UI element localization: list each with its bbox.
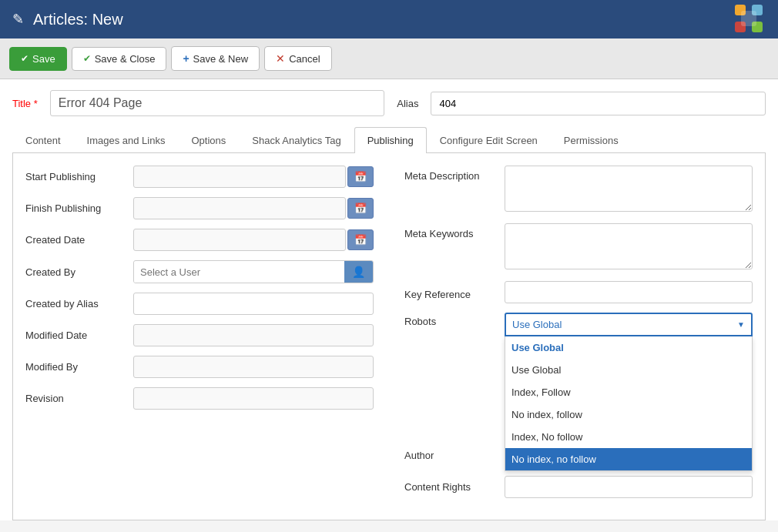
save-close-label: Save & Close <box>95 53 156 65</box>
robots-dropdown[interactable]: Use Global ▼ Use Global Use Global Index… <box>505 313 753 336</box>
meta-description-textarea[interactable] <box>505 166 753 212</box>
modified-by-row: Modified By <box>25 356 374 378</box>
tabs: Content Images and Links Options Shack A… <box>12 127 766 153</box>
finish-publishing-row: Finish Publishing 📅 <box>25 197 374 219</box>
created-by-input[interactable] <box>134 262 344 283</box>
title-label: Title * <box>12 98 38 109</box>
tab-content-publishing: Start Publishing 📅 Finish Publishing 📅 <box>12 153 766 520</box>
revision-label: Revision <box>25 393 133 404</box>
save-icon: ✔ <box>21 53 29 64</box>
revision-row: Revision <box>25 387 374 410</box>
meta-description-field <box>505 166 753 214</box>
modified-date-label: Modified Date <box>25 330 133 341</box>
created-by-row: Created By 👤 <box>25 260 374 283</box>
finish-publishing-label: Finish Publishing <box>25 202 133 214</box>
tab-content[interactable]: Content <box>12 127 74 153</box>
created-by-label: Created By <box>25 266 133 278</box>
modified-date-field <box>133 324 374 346</box>
tab-permissions[interactable]: Permissions <box>551 127 632 153</box>
meta-keywords-row: Meta Keywords <box>404 223 753 272</box>
robots-row: Robots Use Global ▼ Use Global Use Globa… <box>404 313 753 336</box>
key-reference-label: Key Reference <box>404 284 505 300</box>
start-publishing-row: Start Publishing 📅 <box>25 166 374 188</box>
author-label: Author <box>404 450 505 461</box>
finish-publishing-calendar[interactable]: 📅 <box>347 198 374 219</box>
meta-description-label: Meta Description <box>404 166 505 182</box>
check-icon: ✔ <box>83 53 91 64</box>
tab-images[interactable]: Images and Links <box>74 127 179 153</box>
created-by-alias-row: Created by Alias <box>25 293 374 315</box>
content-rights-field <box>505 476 753 498</box>
title-input[interactable] <box>50 90 385 116</box>
tab-shack[interactable]: Shack Analytics Tag <box>239 127 354 153</box>
created-date-row: Created Date 📅 <box>25 229 374 251</box>
joomla-logo <box>732 2 766 38</box>
save-button[interactable]: ✔ Save <box>9 47 67 71</box>
created-by-alias-label: Created by Alias <box>25 298 133 309</box>
user-select-container: 👤 <box>133 260 374 283</box>
robots-option-no-index-no-follow[interactable]: No index, no follow <box>505 448 752 470</box>
modified-date-row: Modified Date <box>25 324 374 346</box>
start-publishing-calendar[interactable]: 📅 <box>347 166 374 187</box>
svg-rect-5 <box>741 11 756 26</box>
start-publishing-input[interactable] <box>133 166 346 188</box>
robots-option-no-index-follow[interactable]: No index, follow <box>505 403 752 426</box>
robots-option-index-follow[interactable]: Index, Follow <box>505 381 752 403</box>
title-row: Title * Alias <box>12 90 766 116</box>
content-rights-input[interactable] <box>505 476 753 498</box>
start-publishing-label: Start Publishing <box>25 171 133 182</box>
created-date-field: 📅 <box>133 229 374 251</box>
meta-keywords-field <box>505 223 753 272</box>
edit-icon: ✎ <box>12 11 24 28</box>
toolbar: ✔ Save ✔ Save & Close + Save & New ✕ Can… <box>0 38 778 79</box>
finish-publishing-field: 📅 <box>133 197 374 219</box>
robots-option-use-global[interactable]: Use Global <box>505 359 752 381</box>
robots-option-use-global-header[interactable]: Use Global <box>505 336 752 359</box>
content-rights-label: Content Rights <box>404 481 505 493</box>
save-close-button[interactable]: ✔ Save & Close <box>72 47 167 71</box>
key-reference-row: Key Reference <box>404 281 753 303</box>
created-by-field: 👤 <box>133 260 374 283</box>
header: ✎ Articles: New <box>0 0 778 38</box>
modified-by-input[interactable] <box>133 356 374 378</box>
revision-field <box>133 387 374 410</box>
created-by-alias-input[interactable] <box>133 293 374 315</box>
meta-keywords-textarea[interactable] <box>505 223 753 269</box>
modified-by-label: Modified By <box>25 361 133 373</box>
user-select-button[interactable]: 👤 <box>344 261 373 283</box>
start-publishing-field: 📅 <box>133 166 374 188</box>
right-column: Meta Description Meta Keywords Key Refer… <box>397 166 753 507</box>
robots-option-index-no-follow[interactable]: Index, No follow <box>505 426 752 448</box>
modified-date-input[interactable] <box>133 324 374 346</box>
key-reference-input[interactable] <box>505 281 753 303</box>
cancel-label: Cancel <box>289 53 320 65</box>
alias-label: Alias <box>397 98 418 109</box>
x-icon: ✕ <box>276 52 285 65</box>
save-new-label: Save & New <box>193 53 249 65</box>
save-new-button[interactable]: + Save & New <box>171 46 260 71</box>
created-date-input[interactable] <box>133 229 346 251</box>
meta-description-row: Meta Description <box>404 166 753 214</box>
chevron-down-icon: ▼ <box>737 320 745 329</box>
created-date-calendar[interactable]: 📅 <box>347 229 374 250</box>
content-area: Title * Alias Content Images and Links O… <box>0 79 778 520</box>
header-left: ✎ Articles: New <box>12 11 123 28</box>
robots-dropdown-header[interactable]: Use Global ▼ <box>505 313 753 336</box>
revision-input[interactable] <box>133 387 374 410</box>
alias-input[interactable] <box>431 92 766 115</box>
robots-dropdown-list: Use Global Use Global Index, Follow No i… <box>505 336 753 471</box>
two-col-layout: Start Publishing 📅 Finish Publishing 📅 <box>25 166 753 507</box>
tab-configure[interactable]: Configure Edit Screen <box>427 127 551 153</box>
page-title: Articles: New <box>33 11 123 28</box>
tab-publishing[interactable]: Publishing <box>354 127 427 153</box>
created-by-alias-field <box>133 293 374 315</box>
save-label: Save <box>32 53 55 65</box>
key-reference-field <box>505 281 753 303</box>
finish-publishing-input[interactable] <box>133 197 346 219</box>
tab-options[interactable]: Options <box>178 127 239 153</box>
content-rights-row: Content Rights <box>404 476 753 498</box>
plus-icon: + <box>183 52 189 65</box>
cancel-button[interactable]: ✕ Cancel <box>264 46 331 71</box>
meta-keywords-label: Meta Keywords <box>404 223 505 239</box>
robots-label: Robots <box>404 313 505 327</box>
